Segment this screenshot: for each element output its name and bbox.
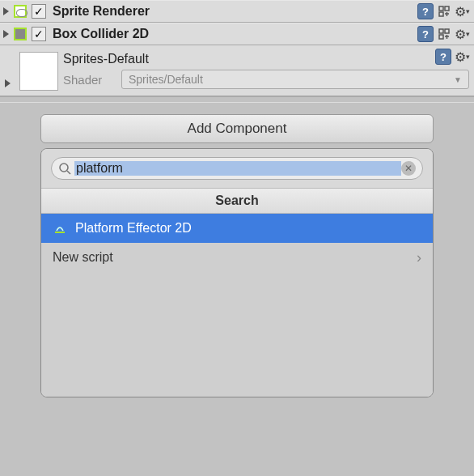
shader-label: Shader [63, 73, 113, 87]
search-icon [58, 162, 71, 175]
gear-icon[interactable]: ⚙▾ [455, 27, 469, 41]
divider [0, 96, 474, 103]
preset-icon[interactable] [437, 27, 451, 41]
help-icon[interactable]: ? [417, 26, 434, 42]
preset-icon[interactable] [437, 4, 451, 19]
svg-rect-6 [445, 29, 449, 33]
enable-checkbox[interactable]: ✓ [32, 27, 46, 41]
gear-icon[interactable]: ⚙▾ [455, 4, 469, 19]
result-new-script[interactable]: New script › [41, 243, 433, 272]
component-title: Box Collider 2D [49, 27, 414, 41]
search-text: platform [74, 161, 401, 176]
svg-rect-7 [439, 35, 443, 39]
gear-icon[interactable]: ⚙▾ [455, 49, 469, 64]
box-collider-icon [12, 26, 28, 42]
svg-rect-0 [439, 6, 443, 11]
search-header: Search [41, 188, 433, 214]
foldout-icon[interactable] [3, 7, 9, 15]
component-title: Sprite Renderer [49, 4, 414, 19]
material-name: Sprites-Default [63, 52, 469, 66]
add-component-dropdown: platform ✕ Search Platform Effector 2D N… [40, 148, 434, 397]
search-input[interactable]: platform ✕ [51, 157, 423, 180]
sprite-renderer-icon [12, 3, 28, 19]
search-results: Platform Effector 2D New script › [41, 214, 433, 397]
result-label: New script [53, 250, 113, 265]
chevron-right-icon: › [417, 249, 421, 266]
enable-checkbox[interactable]: ✓ [32, 4, 46, 19]
chevron-down-icon: ▼ [454, 75, 462, 84]
material-thumbnail[interactable] [19, 52, 58, 91]
help-icon[interactable]: ? [435, 49, 451, 65]
help-icon[interactable]: ? [417, 3, 434, 19]
svg-rect-5 [439, 29, 443, 33]
result-platform-effector-2d[interactable]: Platform Effector 2D [41, 214, 433, 243]
inspector-body: Add Component platform ✕ Search Platform… [0, 103, 474, 397]
svg-line-11 [67, 171, 70, 174]
svg-point-10 [60, 164, 68, 172]
material-section: Sprites-Default Shader Sprites/Default ▼… [0, 45, 474, 96]
svg-rect-2 [439, 12, 443, 16]
add-component-label: Add Component [188, 121, 287, 137]
foldout-icon[interactable] [5, 79, 11, 87]
foldout-icon[interactable] [3, 30, 9, 38]
effector-icon [53, 221, 67, 236]
component-box-collider-2d[interactable]: ✓ Box Collider 2D ? ⚙▾ [0, 23, 474, 45]
clear-search-icon[interactable]: ✕ [401, 161, 416, 176]
svg-rect-1 [445, 6, 449, 11]
result-label: Platform Effector 2D [75, 221, 192, 236]
shader-dropdown[interactable]: Sprites/Default ▼ [121, 70, 469, 89]
add-component-button[interactable]: Add Component [40, 114, 434, 143]
shader-value: Sprites/Default [129, 73, 203, 86]
component-sprite-renderer[interactable]: ✓ Sprite Renderer ? ⚙▾ [0, 0, 474, 23]
